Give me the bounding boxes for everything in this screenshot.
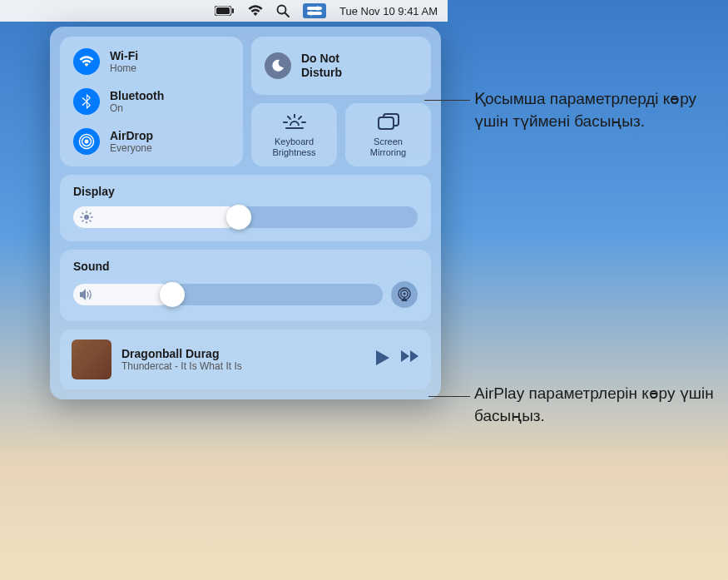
track-artist: Thundercat - It Is What It Is <box>121 360 366 372</box>
track-title: Dragonball Durag <box>121 347 366 360</box>
svg-line-25 <box>90 221 91 221</box>
menubar: Tue Nov 10 9:41 AM <box>0 0 448 22</box>
display-title: Display <box>73 185 418 198</box>
wifi-icon <box>73 48 100 75</box>
airdrop-toggle[interactable]: AirDrop Everyone <box>73 128 230 155</box>
bluetooth-toggle[interactable]: Bluetooth On <box>73 88 230 115</box>
callout-line <box>424 100 470 101</box>
control-center: Wi-Fi Home Bluetooth On AirDrop <box>50 27 441 399</box>
keyboard-brightness-label: Keyboard Brightness <box>273 136 316 157</box>
svg-line-15 <box>299 116 301 119</box>
next-button[interactable] <box>401 350 419 369</box>
bluetooth-title: Bluetooth <box>110 89 164 102</box>
screen-mirroring-icon <box>378 112 399 131</box>
brightness-low-icon <box>80 211 93 224</box>
do-not-disturb-toggle[interactable]: Do Not Disturb <box>251 37 431 95</box>
bluetooth-icon <box>73 88 100 115</box>
svg-point-6 <box>315 7 319 11</box>
svg-rect-1 <box>216 7 230 14</box>
svg-point-8 <box>309 12 313 16</box>
menubar-datetime[interactable]: Tue Nov 10 9:41 AM <box>339 5 438 17</box>
airdrop-icon <box>73 128 100 155</box>
svg-line-14 <box>288 116 290 119</box>
airplay-audio-button[interactable] <box>391 281 418 308</box>
play-button[interactable] <box>376 350 389 369</box>
now-playing-panel[interactable]: Dragonball Durag Thundercat - It Is What… <box>60 330 431 389</box>
svg-point-19 <box>84 215 89 220</box>
sound-slider[interactable] <box>73 284 383 305</box>
svg-line-27 <box>90 213 91 214</box>
callout-airplay: AirPlay параметрлерін көру үшін басыңыз. <box>474 383 716 427</box>
wifi-title: Wi-Fi <box>110 49 138 62</box>
keyboard-brightness-icon <box>283 112 306 131</box>
screen-mirroring-button[interactable]: Screen Mirroring <box>345 103 431 166</box>
bluetooth-sub: On <box>110 102 164 114</box>
sound-title: Sound <box>73 260 418 273</box>
callout-dnd: Қосымша параметрлерді көру үшін түймені … <box>474 88 716 132</box>
sound-slider-knob[interactable] <box>160 282 185 307</box>
airplay-icon <box>397 287 412 302</box>
svg-rect-18 <box>379 117 394 129</box>
callout-line <box>428 396 470 397</box>
album-art <box>72 340 111 379</box>
search-icon[interactable] <box>276 4 290 17</box>
dnd-title-1: Do Not <box>301 52 342 66</box>
svg-line-26 <box>82 221 83 221</box>
battery-icon[interactable] <box>215 6 235 16</box>
connectivity-panel: Wi-Fi Home Bluetooth On AirDrop <box>60 37 243 166</box>
wifi-toggle[interactable]: Wi-Fi Home <box>73 48 230 75</box>
svg-point-11 <box>85 140 89 144</box>
dnd-title-2: Disturb <box>301 66 342 80</box>
volume-icon <box>80 289 95 300</box>
display-slider-knob[interactable] <box>226 205 251 230</box>
control-center-icon[interactable] <box>303 3 326 18</box>
screen-mirroring-label: Screen Mirroring <box>370 136 406 157</box>
svg-rect-2 <box>232 8 234 13</box>
display-panel: Display <box>60 175 431 241</box>
svg-line-4 <box>285 13 289 17</box>
wifi-icon[interactable] <box>248 5 263 17</box>
airdrop-title: AirDrop <box>110 129 153 142</box>
airdrop-sub: Everyone <box>110 142 153 154</box>
keyboard-brightness-button[interactable]: Keyboard Brightness <box>251 103 337 166</box>
svg-line-24 <box>82 213 83 214</box>
display-slider[interactable] <box>73 206 418 228</box>
wifi-sub: Home <box>110 62 138 74</box>
moon-icon <box>265 52 291 79</box>
svg-point-30 <box>404 293 406 295</box>
sound-panel: Sound <box>60 250 431 321</box>
